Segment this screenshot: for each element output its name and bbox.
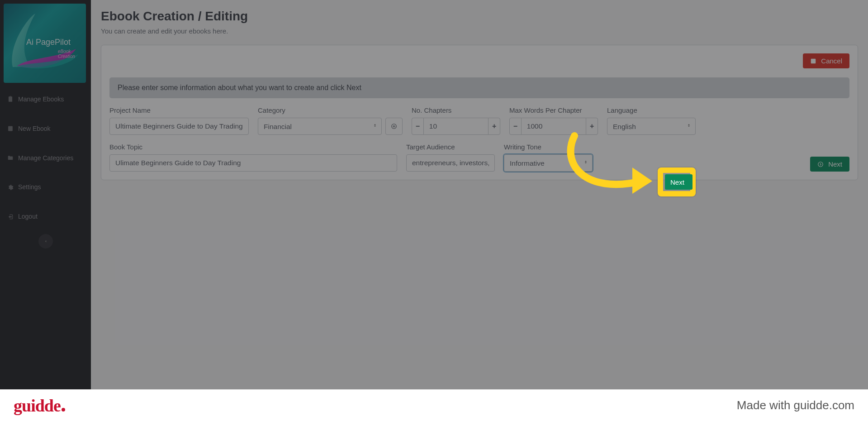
sidebar-item-manage-ebooks[interactable]: Manage Ebooks [0, 91, 91, 108]
brand-logo-container: Ai PagePilot eBook Creation [0, 0, 91, 86]
page-subtitle: You can create and edit your ebooks here… [101, 27, 858, 35]
form-card: Cancel Please enter some information abo… [101, 45, 858, 180]
add-category-button[interactable] [385, 118, 403, 135]
gear-icon [7, 184, 14, 191]
sidebar-item-settings[interactable]: Settings [0, 179, 91, 196]
field-category: Category Financial [258, 106, 403, 135]
logout-icon [7, 214, 14, 220]
highlighted-next-label: Next [670, 178, 684, 186]
label-book-topic: Book Topic [109, 143, 397, 151]
folder-icon [7, 155, 14, 161]
project-name-input[interactable] [109, 118, 249, 135]
field-no-chapters: No. Chapters − + [412, 106, 500, 135]
plus-circle-icon [391, 123, 397, 129]
label-no-chapters: No. Chapters [412, 106, 500, 114]
field-writing-tone: Writing Tone Informative [504, 143, 593, 172]
made-with-text: Made with guidde.com [737, 398, 854, 412]
field-language: Language English [607, 106, 696, 135]
category-select[interactable]: Financial [258, 118, 382, 135]
sidebar-collapse-button[interactable] [38, 234, 53, 249]
sidebar-nav: Manage Ebooks New Ebook Manage Categorie… [0, 86, 91, 253]
arrow-right-circle-icon [817, 161, 824, 167]
sidebar-item-label: Settings [18, 183, 41, 191]
svg-point-3 [818, 162, 823, 167]
sidebar-item-label: Manage Ebooks [18, 96, 64, 103]
sidebar-item-label: Manage Categories [18, 154, 73, 162]
maxwords-decrement-button[interactable]: − [509, 118, 522, 135]
max-words-input[interactable] [522, 118, 586, 135]
sidebar: Ai PagePilot eBook Creation Manage Ebook… [0, 0, 91, 421]
field-max-words: Max Words Per Chapter − + [509, 106, 598, 135]
cancel-button-label: Cancel [821, 57, 842, 65]
chapters-increment-button[interactable]: + [488, 118, 500, 135]
svg-rect-0 [8, 126, 12, 131]
chevron-left-icon [43, 239, 48, 244]
sidebar-item-logout[interactable]: Logout [0, 208, 91, 225]
label-category: Category [258, 106, 403, 114]
writing-tone-select[interactable]: Informative [504, 154, 593, 172]
clipboard-icon [7, 96, 14, 102]
label-target-audience: Target Audience [406, 143, 495, 151]
cancel-icon [810, 58, 816, 64]
maxwords-increment-button[interactable]: + [586, 118, 598, 135]
page-title: Ebook Creation / Editing [101, 9, 858, 24]
next-button-label: Next [828, 160, 842, 168]
brand-subtitle: eBook Creation [58, 49, 86, 59]
field-project-name: Project Name [109, 106, 249, 135]
book-topic-input[interactable] [109, 154, 397, 172]
sidebar-item-new-ebook[interactable]: New Ebook [0, 120, 91, 137]
chapters-decrement-button[interactable]: − [412, 118, 424, 135]
next-button[interactable]: Next [810, 157, 849, 172]
label-language: Language [607, 106, 696, 114]
field-target-audience: Target Audience [406, 143, 495, 172]
highlighted-next-button[interactable]: Next [665, 174, 693, 190]
label-project-name: Project Name [109, 106, 249, 114]
footer-bar: guidde Made with guidde.com [0, 389, 868, 421]
sidebar-item-label: New Ebook [18, 125, 51, 133]
next-action-cell: Next [602, 157, 849, 172]
label-writing-tone: Writing Tone [504, 143, 593, 151]
brand-logo: Ai PagePilot eBook Creation [4, 4, 86, 83]
info-banner: Please enter some information about what… [109, 77, 849, 98]
main-content: Ebook Creation / Editing You can create … [91, 0, 868, 421]
brand-name: Ai PagePilot [26, 38, 71, 47]
sidebar-item-manage-categories[interactable]: Manage Categories [0, 150, 91, 167]
no-chapters-input[interactable] [424, 118, 488, 135]
cancel-button[interactable]: Cancel [803, 53, 849, 68]
book-icon [7, 125, 14, 132]
target-audience-input[interactable] [406, 154, 495, 172]
label-max-words: Max Words Per Chapter [509, 106, 598, 114]
sidebar-item-label: Logout [18, 213, 38, 220]
field-book-topic: Book Topic [109, 143, 397, 172]
guidde-logo: guidde [14, 396, 65, 416]
language-select[interactable]: English [607, 118, 696, 135]
